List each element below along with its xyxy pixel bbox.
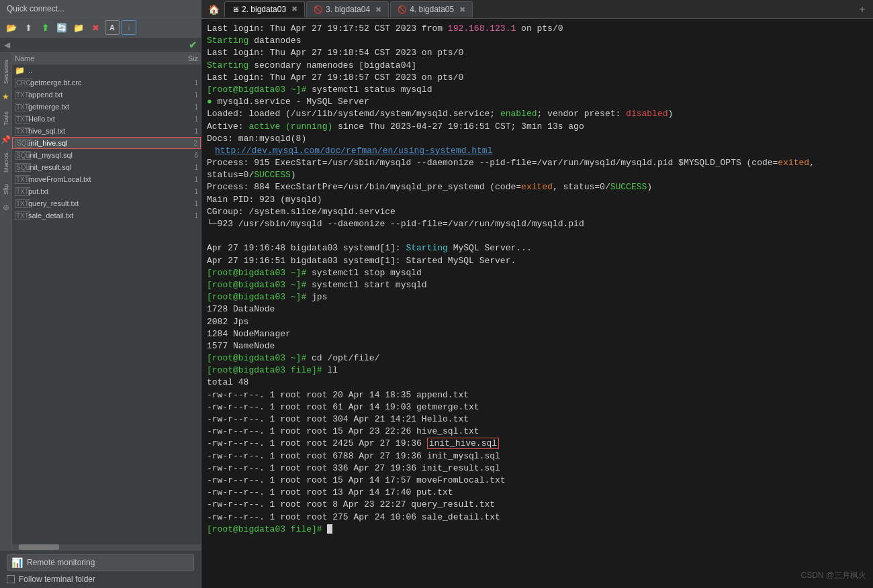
terminal-line: Process: 884 ExecStartPre=/usr/bin/mysql… xyxy=(207,181,868,193)
tab-close-03[interactable]: ✖ xyxy=(291,5,297,13)
file-icon: TXT xyxy=(15,211,26,220)
file-icon: TXT xyxy=(15,90,26,99)
terminal-line: [root@bigdata03 ~]# jps xyxy=(207,291,868,303)
side-nav-sessions[interactable]: Sessions xyxy=(1,55,11,89)
file-item[interactable]: SQL init_hive.sql 2 xyxy=(12,137,201,149)
file-item[interactable]: CRC .getmerge.bt.crc 1 xyxy=(12,77,201,89)
tab-icon-03: 🖥 xyxy=(232,5,239,13)
terminal-content[interactable]: Last login: Thu Apr 27 19:17:52 CST 2023… xyxy=(201,19,873,588)
toolbar-up-btn[interactable]: ⬆ xyxy=(21,20,36,35)
file-item[interactable]: SQL init_result.sql 1 xyxy=(12,161,201,173)
file-icon: TXT xyxy=(15,199,26,208)
path-ok-btn[interactable]: ✔ xyxy=(189,40,197,50)
tab-icon-04: 🚫 xyxy=(314,5,323,14)
quick-connect-bar[interactable]: Quick connect... xyxy=(0,0,201,18)
tab-icon-05: 🚫 xyxy=(398,5,407,14)
side-nav-tools[interactable]: Tools xyxy=(1,105,11,132)
follow-terminal-row[interactable]: Follow terminal folder xyxy=(7,575,194,584)
file-size: 2 xyxy=(184,140,197,147)
tab-label-03: 2. bigdata03 xyxy=(242,5,286,14)
toolbar: 📂 ⬆ ⬆ 🔄 📁 ✖ A i xyxy=(0,18,201,38)
terminal-line: -rw-r--r--. 1 root root 275 Apr 24 10:06… xyxy=(207,511,868,524)
terminal-line: -rw-r--r--. 1 root root 15 Apr 23 22:26 … xyxy=(207,426,868,438)
file-size: 1 xyxy=(185,79,198,87)
file-icon: SQL xyxy=(15,162,26,172)
file-icon: TXT xyxy=(15,114,26,124)
col-name-header: Name xyxy=(15,54,171,62)
terminal-line: Main PID: 923 (mysqld) xyxy=(207,194,868,206)
toolbar-info-btn[interactable]: i xyxy=(122,20,136,35)
file-item[interactable]: 📁 .. xyxy=(12,64,201,77)
tab-add-btn[interactable]: + xyxy=(854,1,870,17)
terminal-line: Starting secondary namenodes [bigdata04] xyxy=(207,60,868,72)
terminal-line: Apr 27 19:16:51 bigdata03 systemd[1]: St… xyxy=(207,255,868,267)
side-nav-macros[interactable]: Macros xyxy=(1,148,11,178)
side-nav-bottom-icon[interactable]: ⊕ xyxy=(1,201,11,214)
toolbar-home-btn[interactable]: ⬆ xyxy=(38,20,52,35)
terminal-line: -rw-r--r--. 1 root root 336 Apr 27 19:36… xyxy=(207,462,868,475)
file-list: 📁 .. CRC .getmerge.bt.crc 1 TXT append.t… xyxy=(12,64,201,544)
tab-bigdata03[interactable]: 🖥 2. bigdata03 ✖ xyxy=(224,1,305,17)
terminal-line: CGroup: /system.slice/mysqld.service xyxy=(207,206,868,218)
file-icon: TXT xyxy=(15,102,26,111)
file-item[interactable]: TXT sale_detail.txt 1 xyxy=(12,209,201,222)
side-nav-sftp[interactable]: Sftp xyxy=(1,179,11,199)
side-nav-pin[interactable]: 📌 xyxy=(1,133,11,146)
side-nav-star[interactable]: ★ xyxy=(1,90,11,103)
terminal-line: [root@bigdata03 ~]# systemctl status mys… xyxy=(207,84,868,96)
terminal-line: Starting datanodes xyxy=(207,35,868,47)
terminal-line: Active: active (running) since Thu 2023-… xyxy=(207,121,868,133)
terminal-line: -rw-r--r--. 1 root root 2425 Apr 27 19:3… xyxy=(207,438,868,450)
terminal-line: http://dev.mysql.com/doc/refman/en/using… xyxy=(207,145,868,157)
file-item[interactable]: SQL init_mysql.sql 6 xyxy=(12,149,201,161)
terminal-line: 1577 NameNode xyxy=(207,340,868,352)
toolbar-newfolder-btn[interactable]: 📁 xyxy=(71,20,86,35)
file-item[interactable]: TXT Hello.txt 1 xyxy=(12,113,201,125)
follow-terminal-checkbox[interactable] xyxy=(7,575,15,583)
terminal-line: Last login: Thu Apr 27 19:18:57 CST 2023… xyxy=(207,72,868,84)
toolbar-refresh-btn[interactable]: 🔄 xyxy=(54,20,69,35)
scrollbar-thumb[interactable] xyxy=(19,544,59,550)
file-panel: Quick connect... 📂 ⬆ ⬆ 🔄 📁 ✖ A i ◀ /opt/… xyxy=(0,0,201,588)
toolbar-rename-btn[interactable]: A xyxy=(105,20,120,35)
file-name: .. xyxy=(28,66,185,75)
file-size: 1 xyxy=(185,200,198,207)
scrollbar-area[interactable] xyxy=(12,544,201,550)
file-item[interactable]: TXT put.txt 1 xyxy=(12,185,201,197)
remote-monitoring-btn[interactable]: 📊 Remote monitoring xyxy=(7,554,194,571)
terminal-line: -rw-r--r--. 1 root root 61 Apr 14 19:03 … xyxy=(207,401,868,413)
terminal-line: -rw-r--r--. 1 root root 8 Apr 23 22:27 q… xyxy=(207,499,868,511)
follow-terminal-label: Follow terminal folder xyxy=(19,575,95,584)
path-back-arrow[interactable]: ◀ xyxy=(4,40,10,50)
tab-bigdata05[interactable]: 🚫 4. bigdata05 ✖ xyxy=(390,1,473,17)
terminal-line: 1728 DataNode xyxy=(207,303,868,315)
file-item[interactable]: TXT append.txt 1 xyxy=(12,89,201,101)
file-item[interactable]: TXT moveFromLocal.txt 1 xyxy=(12,173,201,185)
file-icon: TXT xyxy=(15,175,26,184)
file-panel-bottom: 📊 Remote monitoring Follow terminal fold… xyxy=(0,550,201,588)
tab-close-04[interactable]: ✖ xyxy=(375,5,381,14)
file-size: 1 xyxy=(185,188,198,195)
file-icon: SQL xyxy=(15,138,26,148)
file-name: append.txt xyxy=(28,91,185,99)
tab-close-05[interactable]: ✖ xyxy=(459,5,465,14)
remote-monitoring-icon: 📊 xyxy=(11,557,23,568)
tab-bigdata04[interactable]: 🚫 3. bigdata04 ✖ xyxy=(306,1,389,17)
file-name: init_hive.sql xyxy=(29,139,184,147)
file-icon: TXT xyxy=(15,187,26,196)
file-size: 1 xyxy=(185,164,198,171)
file-item[interactable]: TXT hive_sql.txt 1 xyxy=(12,125,201,137)
path-input[interactable]: /opt/file/ xyxy=(13,40,189,50)
terminal-line: -rw-r--r--. 1 root root 304 Apr 21 14:21… xyxy=(207,413,868,426)
col-size-header: Siz xyxy=(171,54,198,62)
file-item[interactable]: TXT query_result.txt 1 xyxy=(12,197,201,209)
tab-label-05: 4. bigdata05 xyxy=(410,5,454,14)
file-name: getmerge.txt xyxy=(28,103,185,111)
terminal-line: -rw-r--r--. 1 root root 6788 Apr 27 19:3… xyxy=(207,450,868,462)
file-name: init_result.sql xyxy=(28,163,185,171)
tab-home-btn[interactable]: 🏠 xyxy=(204,1,223,17)
toolbar-open-btn[interactable]: 📂 xyxy=(4,20,19,35)
toolbar-delete-btn[interactable]: ✖ xyxy=(88,20,103,35)
file-item[interactable]: TXT getmerge.txt 1 xyxy=(12,101,201,113)
file-icon: TXT xyxy=(15,126,26,136)
